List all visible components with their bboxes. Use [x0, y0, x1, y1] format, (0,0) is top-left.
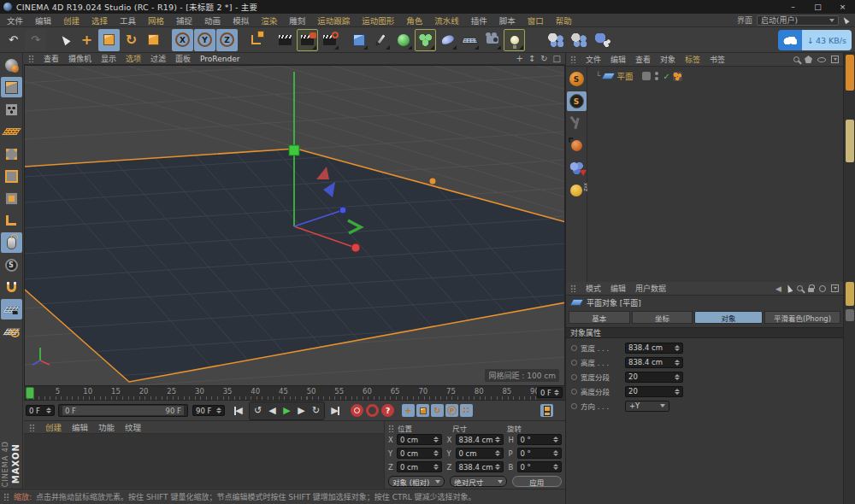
- texture-mode[interactable]: [1, 99, 22, 120]
- coordinate-position-field-input[interactable]: 0 cm: [397, 461, 442, 472]
- object-manager-menu-item[interactable]: 编辑: [610, 54, 626, 65]
- spinner-arrows-icon[interactable]: [551, 437, 558, 442]
- add-camera-button[interactable]: [481, 29, 503, 51]
- prev-frame-button[interactable]: ◀: [265, 403, 280, 419]
- object-manager-menu-item[interactable]: 书签: [710, 54, 725, 65]
- attribute-select[interactable]: +Y: [625, 401, 669, 412]
- current-frame-field[interactable]: 0 F: [26, 405, 55, 416]
- layout-preset-select[interactable]: 启动(用户): [757, 15, 839, 26]
- viewport-menu-item[interactable]: 过滤: [150, 53, 166, 64]
- spinner-arrows-icon[interactable]: [432, 437, 439, 442]
- spinner-arrows-icon[interactable]: [432, 464, 439, 470]
- viewport-menu-item[interactable]: 面板: [175, 53, 191, 64]
- object-manager-menu-item[interactable]: 文件: [586, 54, 601, 65]
- layout-tab-tan[interactable]: [846, 120, 854, 162]
- planar-workplane-toggle[interactable]: [1, 321, 22, 342]
- edges-mode[interactable]: [1, 166, 22, 186]
- search-icon[interactable]: [797, 285, 803, 291]
- move-tool[interactable]: +: [76, 29, 97, 51]
- coordinate-system-toggle[interactable]: [245, 29, 267, 51]
- live-selection-tool[interactable]: [54, 29, 75, 51]
- minimize-button[interactable]: –: [781, 0, 805, 14]
- cloud-download-icon[interactable]: [778, 30, 802, 50]
- spinner-arrows-icon[interactable]: [673, 389, 680, 395]
- redo-button[interactable]: ↷: [25, 29, 46, 51]
- panel-drag-handle[interactable]: [388, 425, 394, 432]
- material-list-area[interactable]: [24, 434, 384, 488]
- object-manager-menu-item[interactable]: 标签: [685, 54, 700, 65]
- menu-item[interactable]: 网格: [148, 15, 164, 26]
- menu-item[interactable]: 创建: [63, 15, 80, 26]
- apply-button[interactable]: 应用: [512, 476, 562, 487]
- y-axis-lock[interactable]: Y: [194, 29, 215, 51]
- render-view-button[interactable]: [274, 29, 296, 51]
- enable-snap-toggle[interactable]: [1, 277, 22, 297]
- key-parameter-toggle[interactable]: P: [445, 404, 458, 417]
- viewport-solo-mode[interactable]: [1, 232, 22, 253]
- content-browser-spheres-2[interactable]: [568, 29, 589, 51]
- loop-playback-button[interactable]: ↻: [309, 403, 323, 419]
- zoom-view-icon[interactable]: ↕: [528, 55, 535, 63]
- add-subdivision-surface-button[interactable]: [392, 29, 414, 51]
- attribute-value-field[interactable]: 838.4 cm: [625, 357, 683, 368]
- object-name-label[interactable]: 平面: [616, 70, 633, 82]
- coordinate-position-field-input[interactable]: 0 cm: [397, 448, 442, 459]
- dynamics-spheres-toggle[interactable]: [567, 158, 587, 178]
- end-frame-field[interactable]: 90 F: [192, 405, 225, 416]
- goto-start-button[interactable]: ◀: [232, 403, 246, 419]
- render-settings-button[interactable]: [319, 29, 340, 51]
- menu-item[interactable]: 帮助: [556, 15, 572, 26]
- coordinate-size-field-input[interactable]: 0 cm: [456, 448, 504, 459]
- animation-dot-icon[interactable]: [571, 374, 577, 380]
- menu-item[interactable]: 选择: [91, 15, 108, 26]
- orange-s-toggle[interactable]: S: [567, 69, 587, 89]
- last-used-tool[interactable]: [143, 29, 164, 51]
- add-floor-button[interactable]: [459, 29, 481, 51]
- panel-drag-handle[interactable]: [570, 56, 576, 63]
- menu-item[interactable]: 编辑: [35, 15, 51, 26]
- rotate-view-icon[interactable]: ↻: [540, 55, 547, 63]
- content-browser-spheres-3[interactable]: [591, 29, 612, 51]
- menu-item[interactable]: 工具: [120, 15, 136, 26]
- menu-item[interactable]: 动画: [204, 15, 221, 26]
- enable-axis-mode[interactable]: [1, 210, 22, 231]
- z-axis-lock[interactable]: Z: [216, 29, 238, 51]
- animation-dot-icon[interactable]: [571, 403, 577, 409]
- tab-对象[interactable]: 对象: [694, 311, 763, 324]
- track-circle-icon[interactable]: [819, 285, 826, 292]
- polygons-mode[interactable]: [1, 188, 22, 208]
- focus-object-toggle[interactable]: [567, 136, 587, 155]
- spinner-arrows-icon[interactable]: [673, 374, 680, 380]
- edge-midpoint-handle[interactable]: [430, 179, 436, 185]
- menu-item[interactable]: 文件: [7, 15, 23, 26]
- viewport-menu-item[interactable]: 查看: [44, 53, 59, 64]
- attribute-value-field[interactable]: 20: [625, 372, 683, 383]
- panel-drag-handle[interactable]: [29, 424, 35, 431]
- spinner-arrows-icon[interactable]: [551, 450, 558, 456]
- key-pla-toggle[interactable]: [460, 404, 473, 417]
- maximize-button[interactable]: □: [805, 0, 830, 14]
- menu-item[interactable]: 窗口: [528, 15, 544, 26]
- keyframe-presets-button[interactable]: [540, 404, 553, 417]
- coordinate-rotation-field-input[interactable]: 0 °: [517, 448, 563, 459]
- material-menu-item[interactable]: 编辑: [72, 421, 88, 433]
- layout-tab-orange[interactable]: [846, 55, 854, 91]
- goto-end-button[interactable]: ▶: [327, 403, 342, 419]
- undo-button[interactable]: ↶: [3, 29, 24, 51]
- viewport-menu-item[interactable]: 选项: [126, 53, 141, 64]
- viewport-menu-item[interactable]: 显示: [101, 53, 116, 64]
- keyframe-options-button[interactable]: ?: [381, 404, 394, 417]
- menu-item[interactable]: 运动图形: [362, 15, 394, 26]
- visibility-dots-icon[interactable]: [655, 72, 658, 80]
- menu-item[interactable]: 脚本: [499, 15, 516, 26]
- pan-view-icon[interactable]: +: [516, 55, 522, 63]
- coordinate-size-field-input[interactable]: 838.4 cm: [456, 461, 504, 472]
- spinner-arrows-icon[interactable]: [44, 407, 51, 413]
- menu-item[interactable]: 运动跟踪: [317, 15, 350, 26]
- timeline-ruler[interactable]: 051015202530354045505560657075808590 0 F: [24, 386, 565, 401]
- add-cube-button[interactable]: [348, 29, 369, 51]
- object-tree[interactable]: └ 平面 ✓: [587, 67, 843, 282]
- snap-quantize-toggle[interactable]: S: [1, 255, 22, 275]
- attribute-manager-menu-item[interactable]: 编辑: [610, 283, 626, 294]
- x-axis-lock[interactable]: X: [172, 29, 193, 51]
